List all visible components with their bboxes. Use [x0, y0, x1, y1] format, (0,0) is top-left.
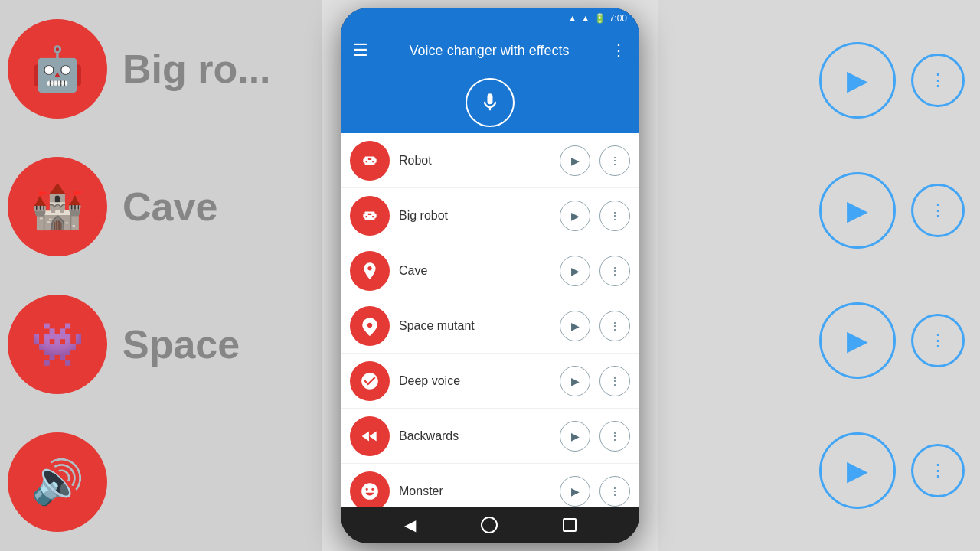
backwards-icon	[350, 416, 390, 456]
bg-play-3: ▶	[819, 302, 896, 379]
signal-icon: ▲	[581, 13, 590, 24]
bg-dots-3: ⋮	[911, 314, 965, 367]
list-item: Deep voice ▶ ⋮	[341, 354, 639, 409]
space-mutant-play-button[interactable]: ▶	[560, 311, 590, 341]
deep-voice-label: Deep voice	[399, 374, 550, 388]
bg-robot-icon: 🤖	[8, 19, 107, 119]
list-item: Space mutant ▶ ⋮	[341, 298, 639, 354]
backwards-label: Backwards	[399, 429, 550, 443]
robot-more-button[interactable]: ⋮	[599, 145, 630, 176]
cave-play-button[interactable]: ▶	[560, 256, 590, 286]
app-bar: ☰ Voice changer with effects ⋮	[341, 29, 639, 72]
back-button[interactable]: ◀	[404, 516, 416, 534]
bg-play-2: ▶	[819, 172, 896, 249]
cave-label: Cave	[399, 264, 550, 278]
microphone-icon	[479, 92, 501, 113]
effects-list: Robot ▶ ⋮ Big robot ▶ ⋮ Cave ▶ ⋮	[341, 133, 639, 507]
space-mutant-icon	[350, 306, 390, 346]
bg-bigro-label: Big ro...	[122, 46, 271, 92]
list-item: Robot ▶ ⋮	[341, 133, 639, 188]
monster-more-button[interactable]: ⋮	[599, 476, 630, 507]
overflow-menu-icon[interactable]: ⋮	[610, 41, 627, 60]
cave-icon	[350, 251, 390, 291]
bg-play-1: ▶	[819, 42, 896, 119]
robot-play-button[interactable]: ▶	[560, 145, 590, 176]
list-item: Big robot ▶ ⋮	[341, 188, 639, 243]
right-background: ▶ ⋮ ▶ ⋮ ▶ ⋮ ▶ ⋮	[658, 0, 980, 551]
bg-cave-label: Cave	[122, 184, 217, 230]
phone-frame: ▲ ▲ 🔋 7:00 ☰ Voice changer with effects …	[341, 8, 639, 543]
bg-dots-1: ⋮	[911, 54, 965, 107]
deep-voice-play-button[interactable]: ▶	[560, 366, 590, 396]
monster-play-button[interactable]: ▶	[560, 476, 590, 507]
bg-space-label: Space	[122, 321, 240, 367]
mic-header	[341, 72, 639, 133]
battery-icon: 🔋	[594, 13, 606, 24]
bg-dots-4: ⋮	[911, 444, 965, 497]
bg-dots-2: ⋮	[911, 184, 965, 237]
space-mutant-label: Space mutant	[399, 319, 550, 333]
time-display: 7:00	[609, 13, 627, 24]
robot-icon	[350, 141, 390, 181]
recents-button[interactable]	[563, 518, 577, 532]
list-item: Monster ▶ ⋮	[341, 464, 639, 507]
menu-icon[interactable]: ☰	[353, 41, 368, 60]
deep-voice-icon	[350, 361, 390, 401]
bg-extra-icon: 🔊	[8, 432, 107, 532]
left-background: 🤖 Big ro... 🏰 Cave 👾 Space 🔊	[0, 0, 322, 551]
mic-button[interactable]	[466, 78, 514, 127]
monster-label: Monster	[399, 484, 550, 498]
big-robot-label: Big robot	[399, 209, 550, 223]
bg-cave-icon: 🏰	[8, 157, 107, 256]
big-robot-icon	[350, 196, 390, 236]
robot-label: Robot	[399, 154, 550, 168]
deep-voice-more-button[interactable]: ⋮	[599, 366, 630, 396]
big-robot-play-button[interactable]: ▶	[560, 201, 590, 231]
home-button[interactable]	[481, 517, 498, 533]
app-title: Voice changer with effects	[381, 43, 598, 59]
list-item: Cave ▶ ⋮	[341, 243, 639, 298]
space-mutant-more-button[interactable]: ⋮	[599, 311, 630, 341]
navigation-bar: ◀	[341, 507, 639, 543]
backwards-play-button[interactable]: ▶	[560, 421, 590, 452]
status-icons: ▲ ▲ 🔋 7:00	[568, 13, 627, 24]
status-bar: ▲ ▲ 🔋 7:00	[341, 8, 639, 29]
wifi-icon: ▲	[568, 13, 577, 24]
list-item: Backwards ▶ ⋮	[341, 409, 639, 464]
bg-play-4: ▶	[819, 432, 896, 509]
monster-icon	[350, 471, 390, 507]
bg-space-icon: 👾	[8, 295, 107, 394]
backwards-more-button[interactable]: ⋮	[599, 421, 630, 452]
big-robot-more-button[interactable]: ⋮	[599, 201, 630, 231]
cave-more-button[interactable]: ⋮	[599, 256, 630, 286]
